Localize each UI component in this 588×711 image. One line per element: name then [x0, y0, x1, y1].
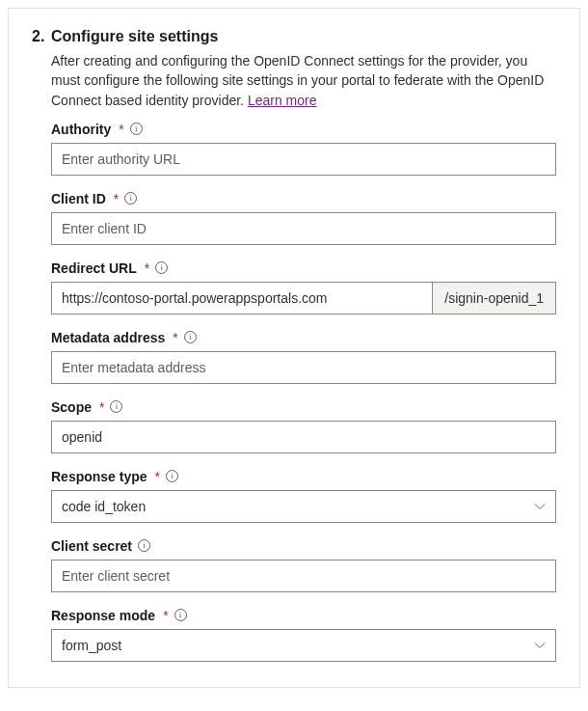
label-client-secret: Client secret — [51, 538, 132, 554]
required-marker: * — [114, 191, 119, 206]
required-marker: * — [155, 469, 160, 484]
scope-input[interactable] — [51, 421, 556, 453]
label-response-type: Response type — [51, 469, 147, 484]
label-metadata-address: Metadata address — [51, 330, 165, 345]
info-icon[interactable]: i — [110, 400, 122, 413]
field-client-secret: Client secret i — [51, 538, 556, 592]
learn-more-link[interactable]: Learn more — [248, 93, 317, 108]
label-row: Response mode * i — [51, 608, 556, 623]
response-type-select[interactable]: code id_token — [51, 490, 556, 523]
client-id-input[interactable] — [51, 212, 556, 245]
step-number: 2. — [32, 28, 47, 45]
label-row: Redirect URL * i — [51, 260, 556, 276]
label-row: Client secret i — [51, 538, 556, 554]
label-authority: Authority — [51, 122, 111, 137]
section-heading: 2. Configure site settings — [32, 28, 556, 45]
info-icon[interactable]: i — [174, 609, 187, 621]
label-scope: Scope — [51, 399, 92, 415]
field-redirect-url: Redirect URL * i /signin-openid_1 — [51, 260, 556, 314]
chevron-down-icon — [534, 640, 546, 651]
info-icon[interactable]: i — [184, 331, 197, 343]
label-row: Metadata address * i — [51, 330, 556, 345]
info-icon[interactable]: i — [138, 539, 150, 552]
redirect-url-suffix: /signin-openid_1 — [433, 282, 556, 314]
label-row: Response type * i — [51, 469, 556, 484]
label-row: Scope * i — [51, 399, 556, 415]
page-title: Configure site settings — [51, 28, 218, 45]
metadata-address-input[interactable] — [51, 351, 556, 384]
label-row: Client ID * i — [51, 191, 556, 206]
field-metadata-address: Metadata address * i — [51, 330, 556, 384]
client-secret-input[interactable] — [51, 560, 556, 592]
required-marker: * — [99, 399, 104, 415]
response-type-value: code id_token — [62, 499, 146, 514]
field-client-id: Client ID * i — [51, 191, 556, 245]
response-mode-select[interactable]: form_post — [51, 629, 556, 662]
authority-input[interactable] — [51, 143, 556, 176]
required-marker: * — [163, 608, 168, 623]
info-icon[interactable]: i — [155, 261, 168, 274]
label-redirect-url: Redirect URL — [51, 260, 137, 276]
field-response-type: Response type * i code id_token — [51, 469, 556, 523]
response-mode-value: form_post — [62, 638, 121, 653]
required-marker: * — [145, 260, 149, 276]
settings-form: Authority * i Client ID * i Redirect URL… — [51, 122, 556, 662]
chevron-down-icon — [534, 501, 546, 512]
required-marker: * — [119, 122, 123, 137]
info-icon[interactable]: i — [166, 470, 178, 482]
required-marker: * — [173, 330, 177, 345]
configure-site-settings-card: 2. Configure site settings After creatin… — [8, 8, 580, 688]
section-description: After creating and configuring the OpenI… — [51, 51, 556, 110]
field-authority: Authority * i — [51, 122, 556, 176]
field-response-mode: Response mode * i form_post — [51, 608, 556, 662]
info-icon[interactable]: i — [130, 123, 143, 135]
label-response-mode: Response mode — [51, 608, 155, 623]
redirect-url-input[interactable] — [51, 282, 433, 314]
label-client-id: Client ID — [51, 191, 106, 206]
field-scope: Scope * i — [51, 399, 556, 453]
label-row: Authority * i — [51, 122, 556, 137]
info-icon[interactable]: i — [124, 192, 137, 205]
redirect-url-combo: /signin-openid_1 — [51, 282, 556, 314]
